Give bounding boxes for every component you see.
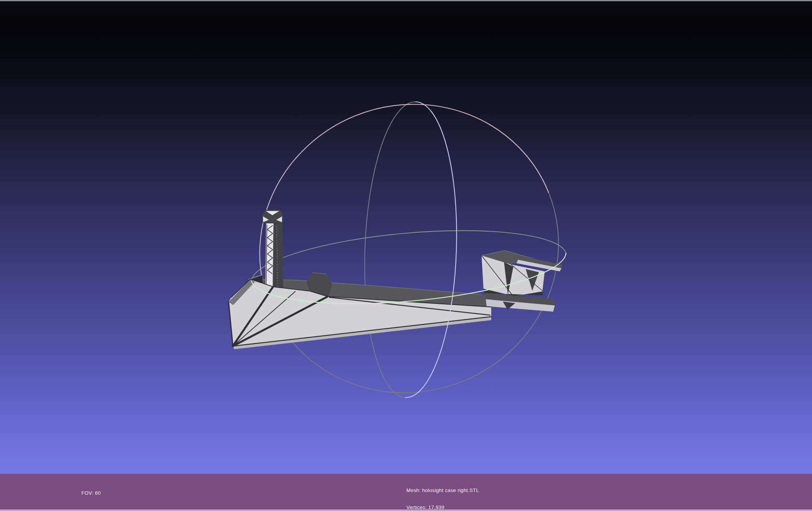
hud-mesh-info: Mesh: holosight case right.STL Vertices:… [406, 477, 479, 511]
mesh-model [229, 210, 563, 349]
hud-mesh-name-label: Mesh: holosight case right.STL [406, 488, 479, 494]
scene-canvas [0, 0, 812, 474]
mesh-viewer-window: FOV: 60 FPS: 1000.0 BO_RENDERING Mesh: h… [0, 0, 812, 511]
hud-fov-label: FOV: 60 [81, 490, 123, 497]
tower-strip-dark [273, 223, 283, 290]
trackball[interactable] [251, 102, 566, 398]
viewport-3d[interactable] [0, 0, 812, 474]
trackball-z-circle-front [406, 102, 457, 398]
window-bottom-border [0, 509, 812, 511]
trackball-z-circle-back [365, 102, 416, 398]
trackball-front-arcs[interactable] [251, 102, 566, 398]
hud-render-info: FOV: 60 FPS: 1000.0 BO_RENDERING [81, 476, 123, 511]
status-bar: FOV: 60 FPS: 1000.0 BO_RENDERING Mesh: h… [0, 474, 812, 509]
